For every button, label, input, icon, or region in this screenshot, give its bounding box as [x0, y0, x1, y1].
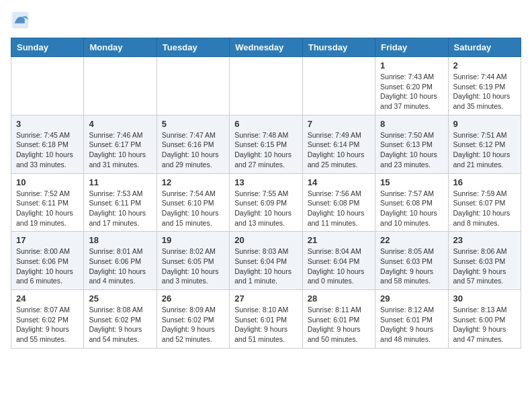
day-number: 10	[16, 177, 79, 187]
day-info: Sunrise: 8:12 AMSunset: 6:01 PMDaylight:…	[380, 305, 443, 345]
day-info: Sunrise: 7:45 AMSunset: 6:18 PMDaylight:…	[16, 130, 79, 170]
calendar-cell: 18Sunrise: 8:01 AMSunset: 6:06 PMDayligh…	[84, 232, 157, 290]
day-info: Sunrise: 8:07 AMSunset: 6:02 PMDaylight:…	[16, 305, 79, 345]
header	[11, 11, 521, 30]
calendar-cell: 29Sunrise: 8:12 AMSunset: 6:01 PMDayligh…	[375, 290, 448, 349]
logo-icon	[11, 11, 30, 30]
day-number: 21	[308, 235, 370, 245]
calendar-week-row: 10Sunrise: 7:52 AMSunset: 6:11 PMDayligh…	[11, 173, 521, 232]
calendar-cell: 30Sunrise: 8:13 AMSunset: 6:00 PMDayligh…	[448, 290, 521, 349]
day-number: 23	[453, 235, 516, 245]
day-number: 3	[16, 119, 79, 129]
day-info: Sunrise: 7:47 AMSunset: 6:16 PMDaylight:…	[162, 130, 224, 170]
day-info: Sunrise: 8:08 AMSunset: 6:02 PMDaylight:…	[89, 305, 151, 345]
day-number: 5	[162, 119, 224, 129]
calendar-cell: 9Sunrise: 7:51 AMSunset: 6:12 PMDaylight…	[448, 115, 521, 173]
calendar-cell: 3Sunrise: 7:45 AMSunset: 6:18 PMDaylight…	[11, 115, 84, 173]
day-info: Sunrise: 7:48 AMSunset: 6:15 PMDaylight:…	[234, 130, 297, 170]
weekday-header-monday: Monday	[84, 38, 157, 57]
calendar-cell: 22Sunrise: 8:05 AMSunset: 6:03 PMDayligh…	[375, 232, 448, 290]
day-number: 18	[89, 235, 151, 245]
calendar-cell: 26Sunrise: 8:09 AMSunset: 6:02 PMDayligh…	[157, 290, 229, 349]
day-number: 13	[234, 177, 297, 187]
weekday-header-tuesday: Tuesday	[157, 38, 229, 57]
calendar-cell: 23Sunrise: 8:06 AMSunset: 6:03 PMDayligh…	[448, 232, 521, 290]
calendar-cell: 8Sunrise: 7:50 AMSunset: 6:13 PMDaylight…	[375, 115, 448, 173]
calendar: SundayMondayTuesdayWednesdayThursdayFrid…	[11, 38, 521, 349]
calendar-cell: 27Sunrise: 8:10 AMSunset: 6:01 PMDayligh…	[230, 290, 302, 349]
calendar-week-row: 1Sunrise: 7:43 AMSunset: 6:20 PMDaylight…	[11, 57, 521, 116]
calendar-cell	[157, 57, 229, 116]
day-number: 4	[89, 119, 151, 129]
day-info: Sunrise: 7:54 AMSunset: 6:10 PMDaylight:…	[162, 189, 224, 228]
calendar-cell: 16Sunrise: 7:59 AMSunset: 6:07 PMDayligh…	[448, 173, 521, 232]
logo	[11, 11, 31, 30]
weekday-header-row: SundayMondayTuesdayWednesdayThursdayFrid…	[11, 38, 521, 57]
calendar-cell	[84, 57, 157, 116]
day-info: Sunrise: 8:11 AMSunset: 6:01 PMDaylight:…	[308, 305, 370, 345]
calendar-cell: 2Sunrise: 7:44 AMSunset: 6:19 PMDaylight…	[448, 57, 521, 116]
day-info: Sunrise: 7:44 AMSunset: 6:19 PMDaylight:…	[453, 72, 516, 111]
weekday-header-sunday: Sunday	[11, 38, 84, 57]
day-number: 8	[380, 119, 443, 129]
day-number: 22	[380, 235, 443, 245]
day-number: 1	[380, 60, 443, 71]
calendar-cell: 13Sunrise: 7:55 AMSunset: 6:09 PMDayligh…	[230, 173, 302, 232]
day-number: 11	[89, 177, 151, 187]
day-info: Sunrise: 8:03 AMSunset: 6:04 PMDaylight:…	[234, 246, 297, 286]
day-number: 16	[453, 177, 516, 187]
calendar-cell: 20Sunrise: 8:03 AMSunset: 6:04 PMDayligh…	[230, 232, 302, 290]
calendar-week-row: 3Sunrise: 7:45 AMSunset: 6:18 PMDaylight…	[11, 115, 521, 173]
weekday-header-wednesday: Wednesday	[230, 38, 302, 57]
day-number: 24	[16, 293, 79, 304]
calendar-cell: 25Sunrise: 8:08 AMSunset: 6:02 PMDayligh…	[84, 290, 157, 349]
day-number: 27	[234, 293, 297, 304]
day-number: 9	[453, 119, 516, 129]
calendar-cell: 6Sunrise: 7:48 AMSunset: 6:15 PMDaylight…	[230, 115, 302, 173]
day-info: Sunrise: 7:55 AMSunset: 6:09 PMDaylight:…	[234, 189, 297, 228]
day-number: 29	[380, 293, 443, 304]
day-info: Sunrise: 7:49 AMSunset: 6:14 PMDaylight:…	[308, 130, 370, 170]
day-info: Sunrise: 8:09 AMSunset: 6:02 PMDaylight:…	[162, 305, 224, 345]
calendar-cell: 28Sunrise: 8:11 AMSunset: 6:01 PMDayligh…	[302, 290, 375, 349]
day-number: 15	[380, 177, 443, 187]
day-info: Sunrise: 7:52 AMSunset: 6:11 PMDaylight:…	[16, 189, 79, 228]
day-number: 28	[308, 293, 370, 304]
weekday-header-friday: Friday	[375, 38, 448, 57]
day-info: Sunrise: 7:46 AMSunset: 6:17 PMDaylight:…	[89, 130, 151, 170]
calendar-cell: 10Sunrise: 7:52 AMSunset: 6:11 PMDayligh…	[11, 173, 84, 232]
calendar-cell: 21Sunrise: 8:04 AMSunset: 6:04 PMDayligh…	[302, 232, 375, 290]
calendar-cell	[302, 57, 375, 116]
day-info: Sunrise: 7:57 AMSunset: 6:08 PMDaylight:…	[380, 189, 443, 228]
calendar-cell	[230, 57, 302, 116]
calendar-cell: 11Sunrise: 7:53 AMSunset: 6:11 PMDayligh…	[84, 173, 157, 232]
calendar-cell: 17Sunrise: 8:00 AMSunset: 6:06 PMDayligh…	[11, 232, 84, 290]
day-info: Sunrise: 8:05 AMSunset: 6:03 PMDaylight:…	[380, 246, 443, 286]
day-info: Sunrise: 7:43 AMSunset: 6:20 PMDaylight:…	[380, 72, 443, 111]
weekday-header-saturday: Saturday	[448, 38, 521, 57]
day-number: 19	[162, 235, 224, 245]
day-number: 12	[162, 177, 224, 187]
day-info: Sunrise: 8:04 AMSunset: 6:04 PMDaylight:…	[308, 246, 370, 286]
calendar-cell	[11, 57, 84, 116]
page: SundayMondayTuesdayWednesdayThursdayFrid…	[0, 0, 532, 359]
calendar-cell: 5Sunrise: 7:47 AMSunset: 6:16 PMDaylight…	[157, 115, 229, 173]
day-number: 20	[234, 235, 297, 245]
day-info: Sunrise: 7:56 AMSunset: 6:08 PMDaylight:…	[308, 189, 370, 228]
calendar-cell: 7Sunrise: 7:49 AMSunset: 6:14 PMDaylight…	[302, 115, 375, 173]
calendar-cell: 19Sunrise: 8:02 AMSunset: 6:05 PMDayligh…	[157, 232, 229, 290]
day-info: Sunrise: 8:06 AMSunset: 6:03 PMDaylight:…	[453, 246, 516, 286]
calendar-cell: 14Sunrise: 7:56 AMSunset: 6:08 PMDayligh…	[302, 173, 375, 232]
day-info: Sunrise: 7:53 AMSunset: 6:11 PMDaylight:…	[89, 189, 151, 228]
calendar-cell: 24Sunrise: 8:07 AMSunset: 6:02 PMDayligh…	[11, 290, 84, 349]
calendar-week-row: 24Sunrise: 8:07 AMSunset: 6:02 PMDayligh…	[11, 290, 521, 349]
day-number: 30	[453, 293, 516, 304]
day-number: 14	[308, 177, 370, 187]
day-info: Sunrise: 8:00 AMSunset: 6:06 PMDaylight:…	[16, 246, 79, 286]
day-info: Sunrise: 7:50 AMSunset: 6:13 PMDaylight:…	[380, 130, 443, 170]
calendar-week-row: 17Sunrise: 8:00 AMSunset: 6:06 PMDayligh…	[11, 232, 521, 290]
day-info: Sunrise: 8:13 AMSunset: 6:00 PMDaylight:…	[453, 305, 516, 345]
day-info: Sunrise: 7:59 AMSunset: 6:07 PMDaylight:…	[453, 189, 516, 228]
day-number: 25	[89, 293, 151, 304]
calendar-cell: 1Sunrise: 7:43 AMSunset: 6:20 PMDaylight…	[375, 57, 448, 116]
